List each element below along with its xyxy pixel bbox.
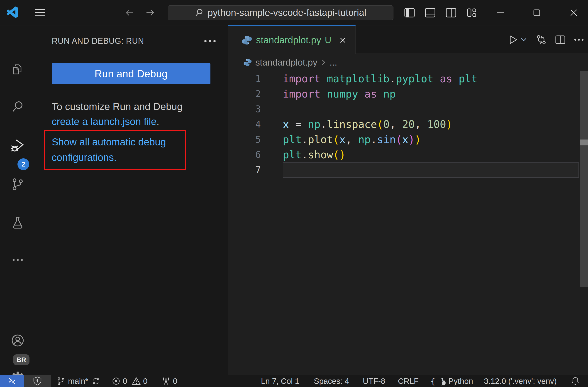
chevron-right-icon [321,59,326,66]
code-editor[interactable]: 1import matplotlib.pyplot as plt2import … [228,71,588,375]
breadcrumb: standardplot.py ... [244,54,337,71]
back-arrow-icon[interactable] [124,7,135,18]
maximize-button[interactable] [530,6,543,19]
minimize-button[interactable] [494,6,506,19]
tab-bar: standardplot.py U [228,25,588,54]
eol-sequence[interactable]: CRLF [398,377,419,386]
tab-untracked-badge: U [325,35,331,45]
notifications-bell-icon[interactable] [571,377,579,386]
vscode-window: python-sample-vscode-fastapi-tutorial [0,0,588,387]
run-dropdown-chevron-icon[interactable] [519,37,528,42]
broadcast-tower-icon [162,376,170,386]
source-control-icon[interactable] [0,172,35,197]
indentation[interactable]: Spaces: 4 [314,377,349,386]
cursor-position[interactable]: Ln 7, Col 1 [261,377,299,386]
run-and-debug-icon[interactable] [0,133,35,158]
toggle-panel-icon[interactable] [424,6,437,19]
sidebar-title: RUN AND DEBUG: RUN [52,36,144,46]
code-line: 4x = np.linspace(0, 20, 100) [228,117,588,132]
warning-count: 0 [143,377,147,386]
accounts-icon[interactable] [0,328,35,353]
run-and-debug-button[interactable]: Run and Debug [52,63,210,84]
text-cursor [284,164,284,176]
search-icon [195,8,203,17]
ports-status[interactable]: 0 [162,376,177,386]
customize-hint-line1: To customize Run and Debug [52,99,183,114]
run-debug-sidebar: RUN AND DEBUG: RUN Run and Debug To cust… [35,25,228,375]
red-annotation-box: Show all automatic debug configurations. [44,130,186,170]
language-status-icon: { } [430,377,445,386]
vscode-logo-icon [7,6,19,18]
code-line: 5plt.plot(x, np.sin(x)) [228,132,588,147]
title-bar: python-sample-vscode-fastapi-tutorial [0,0,588,25]
more-views-icon[interactable] [0,247,35,272]
editor-group: standardplot.py U [228,25,588,375]
forward-arrow-icon[interactable] [145,7,156,18]
customize-hint: To customize Run and Debug create a laun… [52,99,183,129]
profile-badge: BR [13,354,29,365]
tab-standardplot[interactable]: standardplot.py U [228,25,356,54]
show-all-configurations-link[interactable]: Show all automatic debug configurations. [52,134,180,165]
python-file-icon-small [244,58,252,66]
tab-close-icon[interactable] [338,35,348,45]
run-python-file-icon[interactable] [507,35,519,45]
explorer-icon[interactable] [0,57,35,82]
close-button[interactable] [567,6,580,19]
code-lines: 1import matplotlib.pyplot as plt2import … [228,71,588,178]
status-bar: main* 0 0 [0,375,588,387]
views-more-actions-icon[interactable] [202,35,218,47]
search-view-icon[interactable] [0,94,35,119]
warnings-icon [132,377,141,386]
python-interpreter[interactable]: 3.12.0 ('.venv': venv) [484,377,557,386]
breadcrumb-more[interactable]: ... [330,57,337,68]
branch-status[interactable]: main* [57,377,100,386]
toggle-primary-sidebar-icon[interactable] [403,6,416,19]
split-editor-icon[interactable] [554,35,566,45]
editor-toolbar [507,25,585,54]
tab-filename: standardplot.py [256,35,321,46]
search-value: python-sample-vscode-fastapi-tutorial [208,7,366,18]
breadcrumb-file[interactable]: standardplot.py [255,57,317,68]
remote-indicator[interactable] [0,375,24,387]
testing-icon[interactable] [0,210,35,235]
editor-scrollbar[interactable] [580,71,588,287]
code-line: 1import matplotlib.pyplot as plt [228,71,588,86]
create-launch-json-link[interactable]: create a launch.json file [52,116,156,127]
ports-count: 0 [173,377,177,386]
code-line: 3 [228,102,588,117]
hint-period: . [156,116,159,127]
code-line: 2import numpy as np [228,86,588,102]
activity-bar: 2 [0,25,35,375]
code-line: 6plt.show() [228,147,588,162]
workspace-trust-icon[interactable] [24,375,51,387]
source-control-badge: 2 [18,158,29,170]
language-mode[interactable]: { } Python [430,377,473,386]
customize-hint-line2: create a launch.json file. [52,114,183,129]
editor-more-actions-icon[interactable] [573,38,585,41]
sync-icon [92,377,100,386]
status-bar-right: Ln 7, Col 1 Spaces: 4 UTF-8 CRLF { } Pyt… [261,377,588,386]
menu-icon[interactable] [33,6,47,19]
errors-icon [112,377,120,386]
python-file-icon [242,35,252,45]
encoding[interactable]: UTF-8 [363,377,385,386]
command-center-search[interactable]: python-sample-vscode-fastapi-tutorial [168,5,393,20]
customize-layout-icon[interactable] [465,6,478,19]
language-name: Python [448,377,473,386]
current-line-highlight [283,162,579,178]
overview-ruler-marker [580,140,588,145]
git-branch-icon [57,377,65,386]
compare-changes-icon[interactable] [535,34,547,45]
branch-name: main* [68,377,88,386]
toggle-secondary-sidebar-icon[interactable] [445,6,457,19]
error-count: 0 [123,377,127,386]
problems-status[interactable]: 0 0 [112,377,147,386]
